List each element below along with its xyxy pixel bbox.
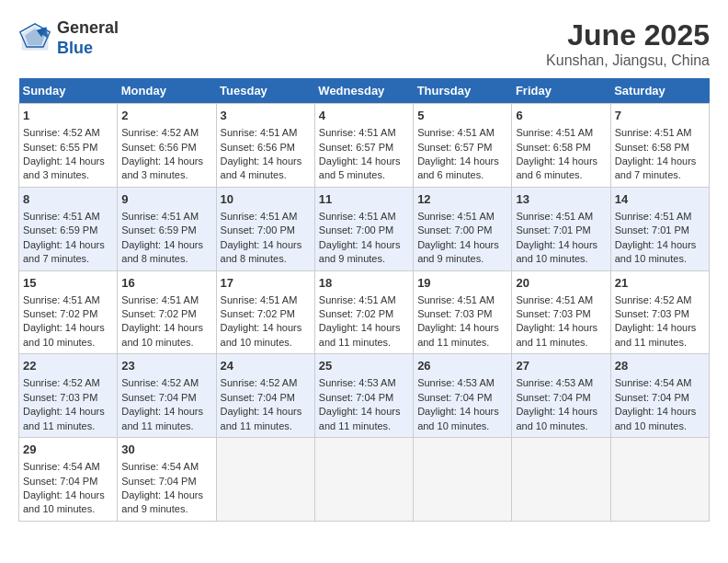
- day-number: 10: [221, 191, 311, 208]
- day-number: 20: [516, 275, 606, 292]
- daylight-text: Daylight: 14 hours and 11 minutes.: [221, 406, 302, 431]
- sunset-text: Sunset: 6:56 PM: [221, 142, 295, 153]
- day-number: 2: [121, 108, 211, 124]
- day-header-friday: Friday: [512, 78, 610, 104]
- sunset-text: Sunset: 7:03 PM: [615, 308, 689, 319]
- calendar-cell: 26Sunrise: 4:53 AMSunset: 7:04 PMDayligh…: [414, 354, 512, 438]
- sunset-text: Sunset: 7:03 PM: [23, 392, 97, 403]
- daylight-text: Daylight: 14 hours and 8 minutes.: [221, 239, 302, 264]
- sunrise-text: Sunrise: 4:51 AM: [23, 211, 100, 222]
- day-number: 15: [23, 275, 113, 292]
- sunrise-text: Sunrise: 4:52 AM: [23, 377, 100, 388]
- calendar-cell: 14Sunrise: 4:51 AMSunset: 7:01 PMDayligh…: [610, 187, 709, 270]
- sunrise-text: Sunrise: 4:51 AM: [221, 127, 298, 138]
- calendar-title: June 2025: [546, 18, 710, 52]
- daylight-text: Daylight: 14 hours and 11 minutes.: [121, 406, 203, 431]
- sunset-text: Sunset: 7:04 PM: [615, 392, 689, 403]
- sunrise-text: Sunrise: 4:51 AM: [417, 211, 495, 222]
- day-number: 8: [23, 191, 113, 208]
- sunrise-text: Sunrise: 4:51 AM: [319, 127, 396, 138]
- sunrise-text: Sunrise: 4:51 AM: [221, 211, 298, 222]
- calendar-cell: 16Sunrise: 4:51 AMSunset: 7:02 PMDayligh…: [118, 270, 216, 354]
- sunset-text: Sunset: 7:04 PM: [319, 392, 393, 403]
- calendar-cell: [610, 438, 709, 522]
- sunset-text: Sunset: 6:59 PM: [23, 224, 97, 236]
- calendar-cell: 6Sunrise: 4:51 AMSunset: 6:58 PMDaylight…: [512, 104, 610, 188]
- sunrise-text: Sunrise: 4:52 AM: [121, 377, 199, 388]
- daylight-text: Daylight: 14 hours and 5 minutes.: [319, 155, 401, 180]
- daylight-text: Daylight: 14 hours and 10 minutes.: [121, 322, 203, 347]
- daylight-text: Daylight: 14 hours and 10 minutes.: [516, 406, 597, 431]
- calendar-table: SundayMondayTuesdayWednesdayThursdayFrid…: [18, 78, 710, 522]
- sunrise-text: Sunrise: 4:53 AM: [516, 377, 593, 388]
- sunrise-text: Sunrise: 4:53 AM: [319, 377, 396, 388]
- daylight-text: Daylight: 14 hours and 6 minutes.: [516, 155, 597, 180]
- day-header-sunday: Sunday: [19, 78, 118, 104]
- sunrise-text: Sunrise: 4:51 AM: [417, 127, 495, 138]
- daylight-text: Daylight: 14 hours and 10 minutes.: [516, 239, 597, 264]
- day-number: 28: [615, 358, 705, 374]
- sunset-text: Sunset: 7:01 PM: [516, 224, 590, 236]
- calendar-week-row: 1Sunrise: 4:52 AMSunset: 6:55 PMDaylight…: [19, 104, 710, 188]
- day-header-tuesday: Tuesday: [216, 78, 314, 104]
- calendar-cell: [414, 438, 512, 522]
- calendar-cell: 20Sunrise: 4:51 AMSunset: 7:03 PMDayligh…: [512, 270, 610, 354]
- sunset-text: Sunset: 7:03 PM: [516, 308, 590, 319]
- sunset-text: Sunset: 7:01 PM: [615, 224, 689, 236]
- calendar-cell: 13Sunrise: 4:51 AMSunset: 7:01 PMDayligh…: [512, 187, 610, 270]
- sunrise-text: Sunrise: 4:52 AM: [121, 127, 199, 138]
- day-header-saturday: Saturday: [610, 78, 709, 104]
- logo-icon: [18, 22, 51, 55]
- calendar-week-row: 29Sunrise: 4:54 AMSunset: 7:04 PMDayligh…: [19, 438, 710, 522]
- calendar-cell: 25Sunrise: 4:53 AMSunset: 7:04 PMDayligh…: [314, 354, 413, 438]
- sunset-text: Sunset: 7:04 PM: [121, 392, 196, 403]
- day-number: 4: [319, 108, 409, 124]
- calendar-cell: 3Sunrise: 4:51 AMSunset: 6:56 PMDaylight…: [216, 104, 314, 188]
- sunset-text: Sunset: 6:56 PM: [121, 142, 196, 153]
- day-number: 13: [516, 191, 606, 208]
- sunrise-text: Sunrise: 4:52 AM: [23, 127, 100, 138]
- daylight-text: Daylight: 14 hours and 7 minutes.: [23, 239, 105, 264]
- day-number: 27: [516, 358, 606, 374]
- daylight-text: Daylight: 14 hours and 11 minutes.: [319, 406, 401, 431]
- calendar-cell: 8Sunrise: 4:51 AMSunset: 6:59 PMDaylight…: [19, 187, 118, 270]
- day-number: 29: [23, 442, 113, 458]
- sunset-text: Sunset: 7:03 PM: [417, 308, 492, 319]
- sunrise-text: Sunrise: 4:51 AM: [516, 211, 593, 222]
- sunset-text: Sunset: 7:04 PM: [221, 392, 295, 403]
- day-number: 17: [221, 275, 311, 292]
- sunrise-text: Sunrise: 4:54 AM: [23, 461, 100, 472]
- day-number: 5: [417, 108, 507, 124]
- sunrise-text: Sunrise: 4:51 AM: [319, 294, 396, 305]
- sunset-text: Sunset: 7:02 PM: [319, 308, 393, 319]
- daylight-text: Daylight: 14 hours and 10 minutes.: [417, 406, 499, 431]
- calendar-cell: 21Sunrise: 4:52 AMSunset: 7:03 PMDayligh…: [610, 270, 709, 354]
- calendar-cell: 29Sunrise: 4:54 AMSunset: 7:04 PMDayligh…: [19, 438, 118, 522]
- sunset-text: Sunset: 7:04 PM: [23, 476, 97, 487]
- sunset-text: Sunset: 6:58 PM: [516, 142, 590, 153]
- day-number: 3: [221, 108, 311, 124]
- sunrise-text: Sunrise: 4:53 AM: [417, 377, 495, 388]
- day-number: 22: [23, 358, 113, 374]
- calendar-cell: 10Sunrise: 4:51 AMSunset: 7:00 PMDayligh…: [216, 187, 314, 270]
- header: General Blue June 2025 Kunshan, Jiangsu,…: [18, 18, 710, 69]
- title-section: June 2025 Kunshan, Jiangsu, China: [546, 18, 710, 69]
- sunset-text: Sunset: 6:55 PM: [23, 142, 97, 153]
- calendar-cell: 1Sunrise: 4:52 AMSunset: 6:55 PMDaylight…: [19, 104, 118, 188]
- sunrise-text: Sunrise: 4:54 AM: [615, 377, 692, 388]
- daylight-text: Daylight: 14 hours and 11 minutes.: [615, 322, 697, 347]
- day-header-row: SundayMondayTuesdayWednesdayThursdayFrid…: [19, 78, 710, 104]
- daylight-text: Daylight: 14 hours and 6 minutes.: [417, 155, 499, 180]
- calendar-cell: 4Sunrise: 4:51 AMSunset: 6:57 PMDaylight…: [314, 104, 413, 188]
- calendar-week-row: 15Sunrise: 4:51 AMSunset: 7:02 PMDayligh…: [19, 270, 710, 354]
- logo-general-text: General: [57, 18, 119, 37]
- sunrise-text: Sunrise: 4:51 AM: [319, 211, 396, 222]
- sunrise-text: Sunrise: 4:51 AM: [516, 294, 593, 305]
- calendar-week-row: 8Sunrise: 4:51 AMSunset: 6:59 PMDaylight…: [19, 187, 710, 270]
- sunset-text: Sunset: 6:59 PM: [121, 224, 196, 236]
- daylight-text: Daylight: 14 hours and 9 minutes.: [319, 239, 401, 264]
- sunrise-text: Sunrise: 4:51 AM: [516, 127, 593, 138]
- calendar-cell: 17Sunrise: 4:51 AMSunset: 7:02 PMDayligh…: [216, 270, 314, 354]
- daylight-text: Daylight: 14 hours and 10 minutes.: [221, 322, 302, 347]
- sunrise-text: Sunrise: 4:51 AM: [23, 294, 100, 305]
